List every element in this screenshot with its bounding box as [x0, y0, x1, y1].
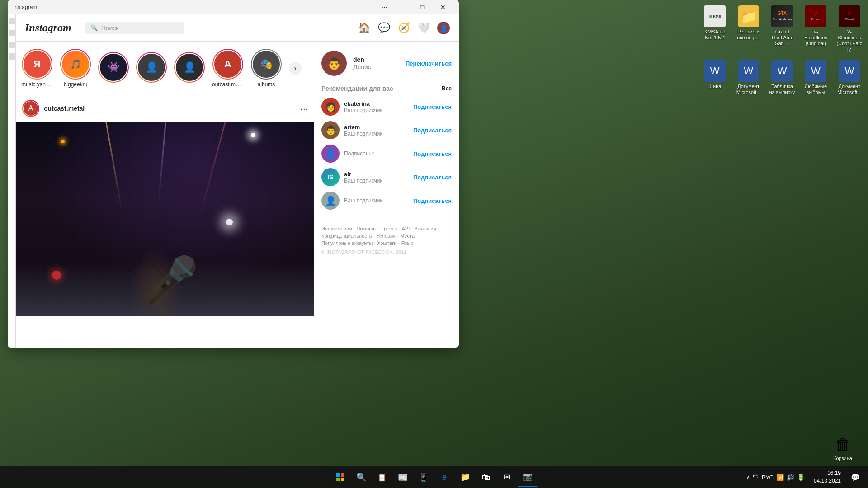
desktop-icon-word3[interactable]: W Табличка на выписку — [767, 58, 797, 97]
svg-rect-1 — [341, 473, 344, 477]
taskbar-taskview-button[interactable]: 📋 — [372, 467, 392, 487]
rec-info-air: air Ваш подписчик — [344, 171, 409, 184]
profile-switch-button[interactable]: Переключиться — [406, 60, 452, 67]
desktop-icon-word2-label: Документ Microsoft... — [735, 84, 761, 95]
notification-button[interactable]: 💬 — [846, 468, 864, 486]
footer-link-hashtags[interactable]: Хэштеги — [377, 240, 400, 246]
desktop-icon-word5[interactable]: W Документ Microsoft... — [835, 58, 864, 97]
footer-link-privacy[interactable]: Конфиденциальность — [321, 233, 375, 239]
footer-link-help[interactable]: Помощь — [356, 226, 378, 231]
story-biggeekru[interactable]: 🎵 biggeekru — [60, 49, 91, 88]
rec-username-air[interactable]: air — [344, 171, 409, 178]
ig-search-bar[interactable]: 🔍 Поиск — [85, 22, 184, 34]
footer-link-press[interactable]: Пресса — [380, 226, 400, 231]
recycle-bin[interactable]: 🗑 Корзина — [826, 434, 859, 461]
nav-profile-avatar[interactable]: 👤 — [437, 22, 450, 34]
footer-link-language[interactable]: Язык — [401, 240, 413, 246]
taskbar-edge-button[interactable]: e — [434, 467, 454, 487]
window-maximize[interactable]: □ — [412, 0, 433, 14]
window-controls: — □ ✕ — [391, 0, 453, 14]
story-pixel[interactable]: 👾 — [98, 52, 129, 84]
desktop-icon-vb2-label: V-Bloodlines (Unofli.Patch) — [836, 29, 863, 53]
footer-link-places[interactable]: Места — [400, 233, 417, 239]
sidebar-dot-2[interactable] — [9, 30, 15, 36]
rec-follow-3[interactable]: Подписаться — [413, 150, 452, 157]
ig-logo: Instagram — [25, 22, 71, 34]
nav-explore-icon[interactable]: 🧭 — [397, 22, 410, 34]
nav-home-icon[interactable]: 🏠 — [358, 22, 370, 34]
desktop-icon-vb2[interactable]: VBlood V-Bloodlines (Unofli.Patch) — [835, 4, 864, 55]
taskbar-search-button[interactable]: 🔍 — [351, 467, 371, 487]
desktop-icon-gta[interactable]: GTASan Andreas Grand Theft Auto San ... — [767, 4, 797, 55]
ig-content: Я music.yandex 🎵 — [16, 42, 459, 348]
svg-rect-3 — [341, 478, 344, 481]
post-avatar-ring: A — [22, 100, 39, 117]
desktop-icon-word2[interactable]: W Документ Microsoft... — [733, 58, 763, 97]
taskbar-news-button[interactable]: 📰 — [393, 467, 413, 487]
desktop-icon-vb1[interactable]: VBlood V-Bloodlines (Original) — [801, 4, 830, 55]
profile-username[interactable]: den — [353, 56, 399, 63]
sidebar-dot-1[interactable] — [9, 18, 15, 24]
window-titlebar: Instagram ··· — □ ✕ — [8, 0, 459, 14]
rec-follow-air[interactable]: Подписаться — [413, 174, 452, 181]
story-4[interactable]: 👤 — [136, 52, 167, 84]
footer-link-api[interactable]: API — [402, 226, 413, 231]
window-close[interactable]: ✕ — [433, 0, 453, 14]
post-more-button[interactable]: ··· — [300, 103, 308, 114]
nav-heart-icon[interactable]: 🤍 — [417, 22, 430, 34]
rec-username-artem[interactable]: artem — [344, 124, 409, 131]
rec-follow-5[interactable]: Подписаться — [413, 197, 452, 204]
rec-info-5: Ваш подписчик — [344, 197, 409, 204]
sidebar-dot-3[interactable] — [9, 42, 15, 48]
taskbar-instagram-button[interactable]: 📷 — [518, 467, 538, 487]
current-time: 16:19 — [814, 469, 841, 477]
desktop-icon-word5-label: Документ Microsoft... — [836, 84, 863, 95]
rec-username-ekaterina[interactable]: ekaterina — [344, 100, 409, 107]
story-music-yandex[interactable]: Я music.yandex — [21, 49, 53, 88]
svg-rect-2 — [336, 478, 340, 481]
rec-follow-artem[interactable]: Подписаться — [413, 127, 452, 134]
rec-subtitle-air: Ваш подписчик — [344, 178, 409, 184]
tray-battery-icon: 🔋 — [797, 474, 805, 481]
story-5[interactable]: 👤 — [174, 52, 205, 84]
taskbar-center: 🔍 📋 📰 📱 e 📁 🛍 ✉ 📷 — [330, 467, 538, 487]
rec-follow-ekaterina[interactable]: Подписаться — [413, 103, 452, 110]
window-menu-dots[interactable]: ··· — [382, 3, 387, 11]
story-next-button[interactable]: › — [289, 62, 302, 75]
time-block[interactable]: 16:19 04.13.2021 — [810, 469, 844, 485]
ig-footer-links: Информация Помощь Пресса API Вакансии Ко… — [321, 226, 452, 246]
story-outcast-metal[interactable]: A outcast.metal — [212, 49, 244, 88]
tray-arrow[interactable]: ∧ — [746, 474, 750, 480]
nav-messenger-icon[interactable]: 💬 — [377, 22, 390, 34]
search-icon: 🔍 — [90, 24, 98, 31]
ig-copyright: © INSTAGRAM ОТ FACEBOOK, 2021 — [321, 249, 452, 255]
desktop-icon-word4[interactable]: W Любимые выбомы — [801, 58, 830, 97]
taskbar-explorer-button[interactable]: 📁 — [455, 467, 475, 487]
taskbar-phone-button[interactable]: 📱 — [414, 467, 434, 487]
footer-link-jobs[interactable]: Вакансии — [414, 226, 439, 231]
desktop-icon-resume[interactable]: 📁 Резюме и все по р... — [733, 4, 763, 55]
rec-all-button[interactable]: Все — [442, 85, 452, 92]
desktop-icon-word1[interactable]: W К-ина — [700, 58, 730, 97]
window-minimize[interactable]: — — [391, 0, 412, 14]
taskbar-start-button[interactable] — [330, 467, 350, 487]
story-albums[interactable]: 🎭 albums — [251, 49, 282, 88]
window-title: Instagram — [13, 4, 382, 10]
footer-link-popular[interactable]: Популярные аккаунты — [321, 240, 376, 246]
story-label-music-yandex: music.yandex — [21, 81, 53, 88]
ig-right-panel: 👨 den Денис Переключиться Рекомендаци — [314, 42, 459, 348]
rec-avatar-ekaterina: 👩 — [321, 98, 340, 116]
footer-link-terms[interactable]: Условия — [377, 233, 398, 239]
taskbar-mail-button[interactable]: ✉ — [497, 467, 517, 487]
sidebar-dot-4[interactable] — [9, 53, 15, 60]
desktop-icon-vb1-label: V-Bloodlines (Original) — [802, 29, 829, 47]
taskbar-store-button[interactable]: 🛍 — [476, 467, 496, 487]
desktop-icon-kmsauto[interactable]: ● KMS KMSAuto Net 1.5.4 — [700, 4, 730, 55]
ig-feed-area: Я music.yandex 🎵 — [16, 42, 314, 348]
rec-item-ekaterina: 👩 ekaterina Ваш подписчик Подписаться — [321, 98, 452, 116]
tray-language[interactable]: РУС — [762, 474, 774, 481]
post-username[interactable]: outcast.metal — [44, 105, 296, 112]
post-image: 🎤 — [16, 122, 314, 316]
footer-link-info[interactable]: Информация — [321, 226, 354, 231]
desktop: ● KMS KMSAuto Net 1.5.4 📁 Резюме и все п… — [0, 0, 868, 488]
